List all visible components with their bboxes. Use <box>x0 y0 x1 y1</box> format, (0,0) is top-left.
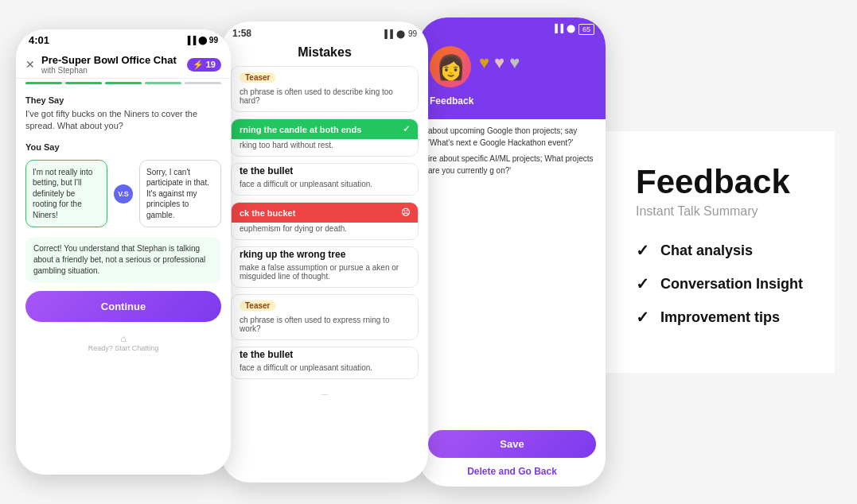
feature-label-1: Chat analysis <box>660 242 753 259</box>
you-say-label: You Say <box>16 139 231 155</box>
mistake-item-7-title: te the bullet <box>232 347 418 362</box>
choices-row: I'm not really into betting, but I'll de… <box>16 155 231 233</box>
chat-header: ✕ Pre-Super Bowl Office Chat with Stepha… <box>16 49 231 79</box>
phone-3: ▐▐ ⬤ 65 👩 ♥ ♥ ♥ Feedback about upcoming … <box>419 17 606 487</box>
choice-a[interactable]: I'm not really into betting, but I'll de… <box>25 160 107 228</box>
close-icon[interactable]: ✕ <box>25 58 35 71</box>
signal-icon-2: ▐▐ <box>382 29 393 38</box>
mistake-item-4: ck the bucket ☹ euphemism for dying or d… <box>231 202 419 240</box>
status-bar-1: 4:01 ▐▐ ⬤ 99 <box>16 29 231 49</box>
mistake-item-5-desc: make a false assumption or pursue a aken… <box>232 262 418 287</box>
avatar-row: 👩 ♥ ♥ ♥ <box>430 46 594 87</box>
feature-item-1: ✓ Chat analysis <box>636 241 803 260</box>
feedback-text: Correct! You understand that Stephan is … <box>33 244 205 275</box>
mistake-item-3: te the bullet face a difficult or unplea… <box>231 163 419 196</box>
chat-subtitle: with Stephan <box>41 66 181 75</box>
mistake-item-6: Teaser ch phrase is often used to expres… <box>231 294 419 340</box>
progress-bar <box>16 79 231 87</box>
mistake-item-4-desc: euphemism for dying or death. <box>232 223 418 239</box>
progress-seg-4 <box>145 82 181 84</box>
bolt-count: 19 <box>206 60 216 69</box>
they-say-text: I've got fifty bucks on the Niners to co… <box>16 108 231 139</box>
tag-teaser-6: Teaser <box>240 300 276 311</box>
bottom-hint: ⌂ Ready? Start Chatting <box>16 330 231 355</box>
mistake-item-2-title: rning the candle at both ends <box>240 125 361 134</box>
signal-icon-3: ▐▐ <box>552 24 563 35</box>
progress-seg-3 <box>105 82 142 84</box>
delete-button[interactable]: Delete and Go Back <box>428 463 596 480</box>
mistake-item-6-desc: ch phrase is often used to express rning… <box>232 312 418 339</box>
chat-text-section: about upcoming Google thon projects; say… <box>419 119 606 424</box>
feedback-label: Feedback <box>430 95 594 107</box>
choice-b[interactable]: Sorry, I can't participate in that. It's… <box>139 160 221 228</box>
check-icon-3: ✓ <box>636 308 649 327</box>
bolt-icon: ⚡ <box>193 60 204 70</box>
status-bar-2: 1:58 ▐▐ ⬤ 99 <box>221 21 428 42</box>
heart-gold: ♥ <box>479 52 489 73</box>
phone-2: 1:58 ▐▐ ⬤ 99 Mistakes Teaser ch phrase i… <box>221 21 428 483</box>
right-panel: Feedback Instant Talk Summary ✓ Chat ana… <box>596 131 835 373</box>
mistakes-title: Mistakes <box>221 42 428 66</box>
scroll-indicator-2: — <box>221 386 428 403</box>
heart-pink: ♥ <box>494 52 504 73</box>
chat-info: Pre-Super Bowl Office Chat with Stephan <box>41 54 181 75</box>
mistake-item-2-desc: rking too hard without rest. <box>232 139 418 156</box>
mistake-item-3-title: te the bullet <box>232 164 418 178</box>
mistake-item-5: rking up the wrong tree make a false ass… <box>231 246 419 288</box>
phone-1: 4:01 ▐▐ ⬤ 99 ✕ Pre-Super Bowl Office Cha… <box>16 29 231 475</box>
check-icon-2: ✓ <box>403 124 410 134</box>
mistake-item-7: te the bullet face a difficult or unplea… <box>231 347 419 379</box>
feature-label-2: Conversation Insight <box>660 276 803 293</box>
feedback-heading: Feedback <box>636 163 803 201</box>
mistake-item-1: Teaser ch phrase is often used to descri… <box>231 66 419 112</box>
instant-subtitle: Instant Talk Summary <box>636 204 803 219</box>
mistake-item-5-title: rking up the wrong tree <box>232 247 418 262</box>
feature-label-3: Improvement tips <box>660 309 780 326</box>
wifi-icon-3: ⬤ <box>567 24 575 35</box>
mistake-item-3-desc: face a difficult or unpleasant situation… <box>232 178 418 195</box>
phone3-actions: Save Delete and Go Back <box>419 424 606 487</box>
wifi-icon-2: ⬤ <box>396 29 405 38</box>
check-icon-1: ✓ <box>636 241 649 260</box>
mistake-item-2: rning the candle at both ends ✓ rking to… <box>231 118 419 157</box>
feature-item-2: ✓ Conversation Insight <box>636 274 803 293</box>
battery-icon-2: 99 <box>408 29 417 38</box>
status-time-1: 4:01 <box>29 34 49 46</box>
save-button[interactable]: Save <box>428 430 596 458</box>
choice-b-text: Sorry, I can't participate in that. It's… <box>146 168 209 219</box>
feature-item-3: ✓ Improvement tips <box>636 308 803 327</box>
purple-section: 👩 ♥ ♥ ♥ Feedback <box>419 38 606 119</box>
hearts-row: ♥ ♥ ♥ <box>479 52 520 73</box>
bolt-badge: ⚡ 19 <box>187 58 221 72</box>
avatar: 👩 <box>430 46 471 87</box>
feedback-box: Correct! You understand that Stephan is … <box>25 237 221 283</box>
progress-seg-1 <box>25 82 62 84</box>
choice-a-text: I'm not really into betting, but I'll de… <box>33 168 92 219</box>
sad-icon-4: ☹ <box>401 207 410 218</box>
bottom-hint-icon: ⌂ <box>120 333 126 344</box>
check-icon-2-r: ✓ <box>636 274 649 293</box>
chat-text-1: about upcoming Google thon projects; say… <box>428 126 596 149</box>
tag-teaser-1: Teaser <box>240 72 276 83</box>
status-icons-1: ▐▐ ⬤ 99 <box>185 36 218 45</box>
bottom-hint-text: Ready? Start Chatting <box>88 344 159 352</box>
mistake-item-1-desc: ch phrase is often used to describe king… <box>232 84 418 111</box>
chat-title: Pre-Super Bowl Office Chat <box>41 54 181 66</box>
battery-icon-3: 65 <box>578 24 594 35</box>
heart-gray: ♥ <box>509 52 520 73</box>
mistake-item-4-title: ck the bucket <box>240 208 295 218</box>
progress-seg-5 <box>185 82 221 84</box>
status-time-2: 1:58 <box>232 28 251 39</box>
progress-seg-2 <box>65 82 102 84</box>
status-bar-3: ▐▐ ⬤ 65 <box>419 17 606 38</box>
mistake-item-7-desc: face a difficult or unpleasant situation… <box>232 362 418 378</box>
they-say-label: They Say <box>16 87 231 108</box>
continue-button[interactable]: Continue <box>25 291 221 322</box>
chat-text-2: ire about specific AI/ML projects; What … <box>428 153 596 176</box>
vs-badge: V.S <box>114 184 133 204</box>
